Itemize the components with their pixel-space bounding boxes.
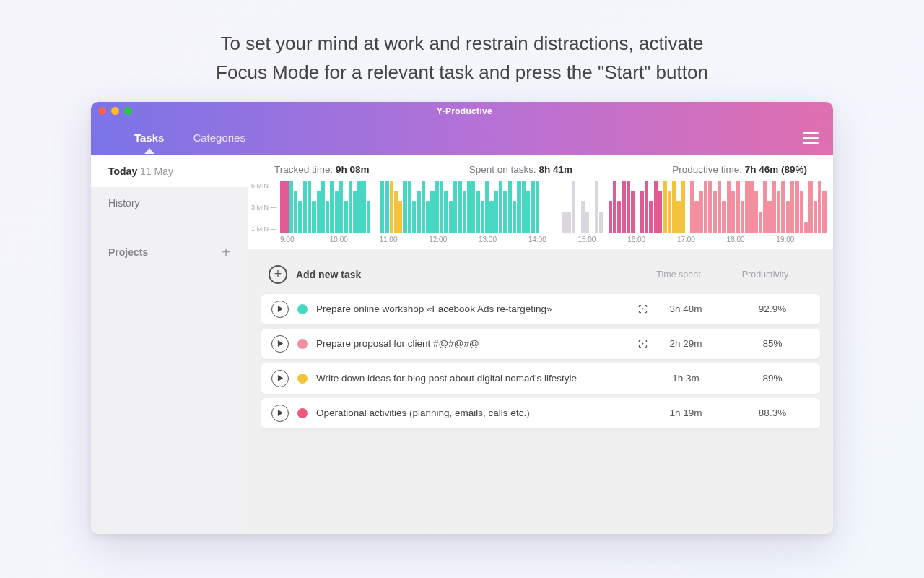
- page-caption: To set your mind at work and restrain di…: [0, 0, 924, 102]
- play-button[interactable]: [271, 405, 289, 422]
- task-metrics: 1h 19m88.3%: [657, 407, 801, 418]
- chart-bar: [494, 191, 498, 233]
- chart-bar: [754, 191, 758, 233]
- task-color-dot: [297, 408, 308, 418]
- chart-bar: [335, 191, 339, 233]
- focus-mode-icon[interactable]: [637, 303, 648, 315]
- chart-bar: [330, 181, 334, 233]
- tab-tasks[interactable]: Tasks: [134, 123, 164, 152]
- chart-bar: [367, 201, 370, 232]
- task-productivity: 85%: [744, 338, 801, 349]
- add-task-button[interactable]: +: [269, 265, 287, 284]
- task-color-dot: [297, 339, 308, 349]
- chart-bar: [585, 212, 589, 233]
- chart-bar: [663, 181, 666, 233]
- chart-bar: [599, 212, 603, 233]
- chart-bar: [645, 181, 648, 233]
- task-time-spent: 1h 19m: [657, 407, 715, 418]
- chart-bar: [727, 181, 731, 233]
- chart-bar: [303, 181, 307, 233]
- chart-bar: [790, 181, 794, 233]
- sidebar-item-today[interactable]: Today 11 May: [91, 155, 248, 187]
- chart-bar: [690, 181, 694, 233]
- task-row[interactable]: Operational activities (planning, emails…: [261, 398, 820, 428]
- chart-bar: [713, 191, 717, 233]
- play-button[interactable]: [271, 301, 289, 318]
- chart-bar: [476, 191, 479, 233]
- chart-bar: [339, 181, 343, 233]
- chart-bar: [390, 181, 393, 233]
- chart-bar: [572, 181, 575, 233]
- add-task-row: + Add new task Time spent Productivity: [261, 259, 820, 294]
- chart-bar: [609, 201, 612, 232]
- caption-line-2: Focus Mode for a relevant task and press…: [216, 61, 708, 83]
- chart-bar: [430, 191, 434, 233]
- chart-bar: [699, 191, 703, 233]
- chart-bar: [654, 181, 658, 233]
- chart-bar: [349, 181, 352, 233]
- chart-bar: [613, 181, 616, 233]
- chart-bar: [385, 181, 388, 233]
- add-project-button[interactable]: +: [222, 244, 230, 261]
- chart-bar: [581, 201, 585, 232]
- chart-bar: [481, 201, 484, 232]
- chart-bar: [294, 191, 297, 233]
- sidebar-item-history[interactable]: History: [91, 187, 248, 219]
- chart-bar: [741, 201, 744, 232]
- task-color-dot: [297, 304, 308, 314]
- chart-bar: [458, 181, 461, 233]
- chart-bar: [380, 181, 384, 233]
- timeline-chart: 5 MIN —3 MIN —1 MIN — 9:0010:0011:0012:0…: [248, 181, 833, 249]
- chart-bar: [595, 181, 598, 233]
- task-metrics: 2h 29m85%: [657, 338, 801, 349]
- chart-bar: [531, 181, 534, 233]
- chart-bar: [772, 181, 776, 233]
- sidebar: Today 11 May History Projects +: [91, 155, 248, 534]
- menu-icon[interactable]: [803, 132, 819, 144]
- task-metrics: 1h 3m89%: [657, 373, 801, 384]
- tab-categories[interactable]: Categories: [193, 123, 245, 152]
- chart-x-labels: 9:0010:0011:0012:0013:0014:0015:0016:001…: [280, 233, 826, 245]
- play-button[interactable]: [271, 335, 289, 353]
- chart-bar: [567, 212, 571, 233]
- chart-bar: [759, 212, 762, 233]
- chart-bar: [694, 201, 698, 232]
- chart-bar: [344, 201, 347, 232]
- svg-point-1: [642, 343, 643, 345]
- chart-bar: [422, 181, 425, 233]
- task-list: Prepare online workshop «Facebook Ads re…: [261, 294, 820, 428]
- chart-bar: [622, 181, 625, 233]
- chart-bar: [749, 181, 753, 233]
- task-row[interactable]: Prepare online workshop «Facebook Ads re…: [261, 294, 820, 324]
- col-time-spent: Time spent: [650, 269, 707, 280]
- sidebar-projects-header: Projects +: [91, 237, 248, 268]
- chart-bar: [562, 212, 566, 233]
- chart-bar: [672, 181, 676, 233]
- play-button[interactable]: [271, 370, 289, 387]
- chart-bar: [731, 191, 735, 233]
- chart-bar: [312, 201, 315, 232]
- chart-bar: [617, 201, 621, 232]
- chart-bar: [449, 201, 453, 232]
- chart-bar: [668, 191, 671, 233]
- chart-bar: [681, 181, 685, 233]
- chart-bar: [412, 201, 416, 232]
- chart-bar: [426, 201, 430, 232]
- chart-bar: [649, 201, 653, 232]
- chart-bar: [467, 181, 471, 233]
- task-list-area: + Add new task Time spent Productivity P…: [248, 249, 833, 443]
- chart-bar: [627, 181, 630, 233]
- chart-bar: [526, 191, 530, 233]
- task-row[interactable]: Prepare proposal for client #@#@#@2h 29m…: [261, 329, 820, 359]
- task-row[interactable]: Write down ideas for blog post about dig…: [261, 363, 820, 394]
- focus-mode-icon[interactable]: [637, 338, 648, 350]
- stat-spent: Spent on tasks: 8h 41m: [469, 164, 572, 175]
- chart-bar: [818, 181, 821, 233]
- add-task-label: Add new task: [296, 269, 641, 280]
- chart-bar: [444, 191, 448, 233]
- chart-bar: [800, 191, 803, 233]
- svg-point-0: [642, 309, 643, 310]
- chart-bar: [745, 181, 749, 233]
- chart-bar: [280, 181, 284, 233]
- chart-bar: [513, 201, 516, 232]
